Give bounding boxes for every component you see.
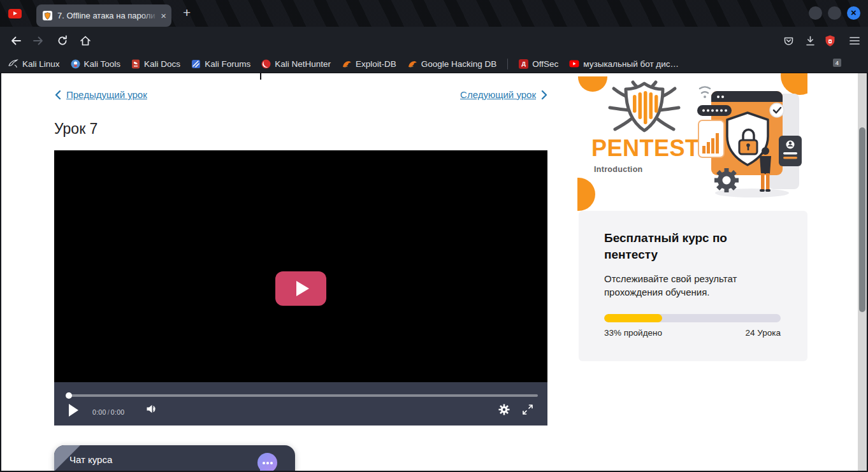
next-lesson-link[interactable]: Следующий урок — [460, 89, 548, 100]
course-banner[interactable]: PENTEST Introduction — [577, 73, 807, 212]
bookmark-label: Kali Linux — [22, 59, 60, 69]
bookmark-offsec[interactable]: Д OffSec — [519, 59, 558, 69]
chevron-left-icon — [54, 90, 61, 100]
card-description: Отслеживайте свой результат прохождения … — [604, 272, 770, 299]
bookmark-label: музыкальный бот дис… — [583, 59, 679, 69]
browser-tab[interactable]: 7. Offline атака на пароли × — [36, 4, 171, 27]
security-illustration — [693, 80, 807, 207]
seek-handle[interactable] — [66, 392, 72, 399]
orange-circle-decoration — [577, 178, 595, 211]
tab-close-icon[interactable]: × — [161, 10, 166, 21]
lessons-count-label: 24 Урока — [746, 328, 781, 338]
kali-dragon-icon — [8, 59, 18, 68]
bookmark-kali-nethunter[interactable]: Kali NetHunter — [261, 59, 331, 69]
kali-forums-icon — [191, 59, 201, 69]
chat-title: Чат курса — [69, 454, 112, 465]
bookmark-kali-forums[interactable]: Kali Forums — [191, 59, 250, 69]
bookmark-kali-tools[interactable]: Kali Tools — [71, 59, 121, 69]
progress-bar — [604, 314, 781, 322]
card-title: Бесплатный курс по пентесту — [604, 230, 763, 263]
page-scrollbar[interactable] — [858, 73, 867, 471]
chat-bubble-icon[interactable] — [257, 453, 277, 471]
tab-title: 7. Offline атака на пароли — [57, 11, 158, 20]
scrollbar-thumb[interactable] — [859, 127, 865, 312]
tab-favicon-icon — [43, 11, 52, 20]
volume-icon[interactable] — [145, 403, 158, 415]
time-display: 0:00/0:00 — [92, 408, 125, 416]
google-hacking-db-bird-icon — [407, 60, 417, 68]
video-screen[interactable] — [54, 150, 547, 382]
bookmark-music-bot[interactable]: музыкальный бот дис… — [569, 59, 679, 69]
prev-lesson-link[interactable]: Предыдущий урок — [54, 89, 147, 100]
offsec-icon: Д — [519, 59, 528, 69]
maximize-button[interactable] — [828, 6, 841, 20]
player-controls: 0:00/0:00 — [54, 382, 547, 426]
chevron-right-icon — [541, 90, 548, 100]
kali-tools-icon — [71, 59, 80, 69]
clipped-heading-fragment — [260, 73, 261, 80]
pocket-icon[interactable] — [781, 33, 796, 48]
navigation-toolbar: https://codeby.school/training/view/urok… — [0, 27, 868, 55]
window-controls: × — [809, 6, 860, 20]
kali-nethunter-icon — [261, 59, 271, 69]
page-content: Предыдущий урок Следующий урок Урок 7 0:… — [1, 73, 858, 471]
brand-name: PENTEST — [591, 135, 700, 162]
bookmarks-separator — [507, 59, 508, 69]
video-player: 0:00/0:00 — [54, 150, 547, 426]
big-play-button[interactable] — [275, 271, 326, 306]
bookmark-kali-docs[interactable]: Kali Docs — [131, 59, 180, 69]
pentest-bug-logo-icon — [606, 77, 683, 138]
adblock-extension-icon[interactable] — [822, 33, 837, 48]
lesson-navigation: Предыдущий урок Следующий урок — [54, 89, 548, 100]
settings-gear-icon[interactable] — [498, 403, 510, 416]
bookmark-label: Exploit-DB — [356, 59, 396, 69]
bookmark-label: Kali Forums — [205, 59, 250, 69]
progress-percent-label: 33% пройдено — [604, 328, 662, 338]
bookmarks-toolbar: Kali Linux Kali Tools Kali Docs Kali For… — [0, 55, 868, 73]
new-tab-button[interactable]: + — [183, 5, 191, 20]
extension-badge: 4 — [833, 59, 841, 67]
youtube-icon — [569, 60, 579, 68]
course-chat-widget[interactable]: Чат курса — [54, 445, 295, 471]
progress-fill — [604, 314, 662, 322]
youtube-icon[interactable] — [8, 9, 22, 18]
course-progress-card: Бесплатный курс по пентесту Отслеживайте… — [579, 211, 807, 361]
close-button[interactable]: × — [847, 6, 860, 20]
exploit-db-bird-icon — [342, 60, 352, 68]
bookmark-exploit-db[interactable]: Exploit-DB — [342, 59, 396, 69]
downloads-icon[interactable] — [802, 33, 818, 48]
seek-bar[interactable] — [66, 394, 538, 397]
bookmark-google-hacking-db[interactable]: Google Hacking DB — [407, 59, 497, 69]
minimize-button[interactable] — [809, 6, 822, 20]
fullscreen-icon[interactable] — [522, 404, 533, 415]
orange-circle-decoration — [578, 76, 607, 92]
bookmark-label: Google Hacking DB — [421, 59, 497, 69]
bookmark-kali-linux[interactable]: Kali Linux — [8, 59, 60, 69]
progress-labels: 33% пройдено 24 Урока — [604, 328, 781, 338]
reload-button[interactable] — [55, 33, 70, 48]
bookmark-label: OffSec — [532, 59, 558, 69]
home-button[interactable] — [78, 33, 93, 48]
forward-button[interactable] — [31, 33, 46, 48]
back-button[interactable] — [8, 33, 24, 48]
browser-window: 7. Offline атака на пароли × + × https:/… — [0, 0, 868, 472]
bookmark-label: Kali Tools — [84, 59, 121, 69]
page-title: Урок 7 — [54, 120, 98, 138]
kali-docs-icon — [131, 59, 140, 69]
menu-hamburger-icon[interactable] — [847, 33, 862, 48]
play-button[interactable] — [69, 404, 78, 417]
brand-subtitle: Introduction — [594, 165, 643, 174]
bookmark-label: Kali NetHunter — [275, 59, 331, 69]
bookmark-label: Kali Docs — [144, 59, 180, 69]
title-bar: 7. Offline атака на пароли × + × — [0, 0, 868, 27]
